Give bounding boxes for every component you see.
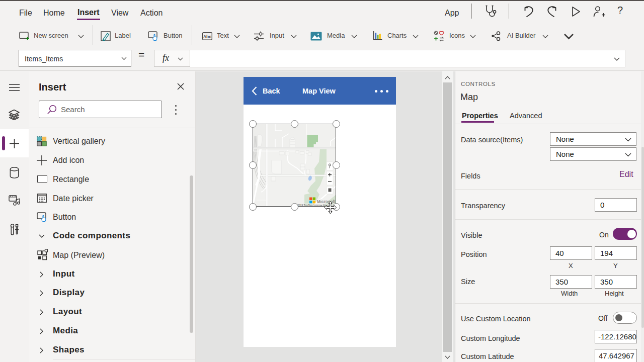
svg-text:Abc: Abc (203, 34, 211, 39)
